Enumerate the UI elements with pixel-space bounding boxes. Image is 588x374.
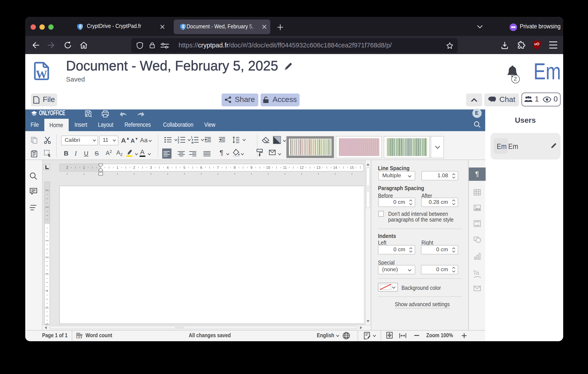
svg-text:1: 1 [45, 206, 49, 208]
svg-text:1: 1 [191, 136, 193, 139]
svg-text:9: 9 [250, 165, 252, 169]
svg-text:2: 2 [66, 165, 68, 169]
svg-text:5: 5 [183, 165, 185, 169]
svg-text:2: 2 [133, 165, 135, 169]
svg-text:3: 3 [45, 273, 49, 275]
svg-text:W: W [36, 68, 47, 80]
svg-text:15: 15 [350, 165, 354, 169]
svg-text:5: 5 [45, 306, 49, 308]
svg-text:3: 3 [150, 165, 152, 169]
svg-text:123: 123 [76, 335, 82, 338]
svg-text:13: 13 [316, 165, 320, 169]
svg-text:uO: uO [534, 42, 539, 46]
svg-text:3: 3 [178, 141, 179, 143]
svg-text:12: 12 [300, 165, 304, 169]
svg-text:4: 4 [45, 290, 49, 292]
svg-text:14: 14 [333, 165, 337, 169]
svg-text:8: 8 [234, 165, 236, 169]
svg-text:1: 1 [83, 165, 85, 169]
svg-text:10: 10 [266, 165, 270, 169]
svg-text:4: 4 [167, 165, 168, 169]
svg-text:7: 7 [217, 165, 219, 169]
svg-text:1: 1 [45, 239, 49, 241]
svg-text:11: 11 [283, 165, 287, 169]
svg-text:6: 6 [200, 165, 202, 169]
svg-text:2: 2 [45, 189, 49, 191]
svg-text:1: 1 [116, 165, 118, 169]
svg-text:2: 2 [45, 256, 49, 258]
